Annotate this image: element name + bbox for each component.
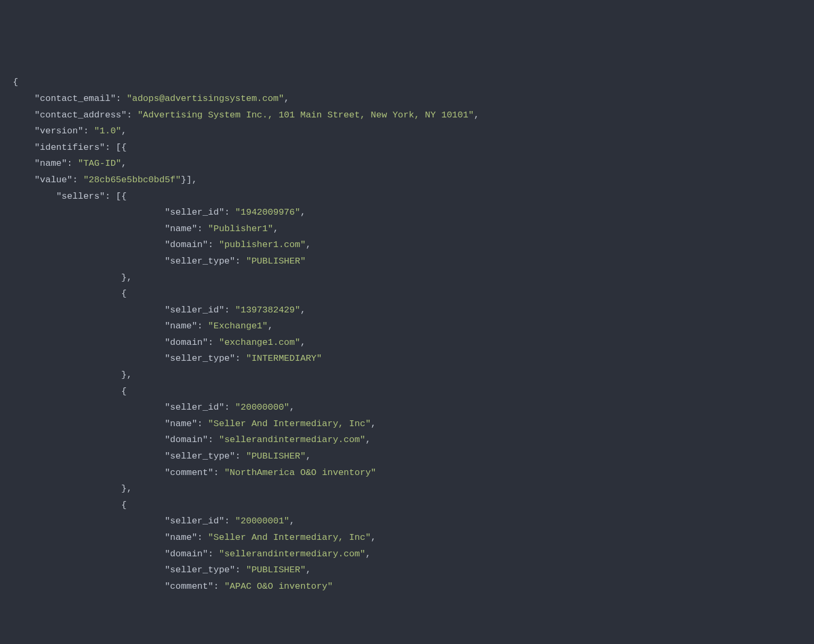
val-s4-type: "PUBLISHER" [246, 565, 306, 575]
key-s3-domain: "domain" [165, 435, 208, 445]
key-version: "version" [35, 126, 83, 136]
val-identifier-name: "TAG-ID" [78, 158, 121, 168]
val-s3-id: "20000000" [235, 402, 289, 412]
val-s4-id: "20000001" [235, 516, 289, 526]
key-s2-type: "seller_type" [165, 353, 236, 363]
val-s2-name: "Exchange1" [208, 321, 267, 331]
key-s3-type: "seller_type" [165, 451, 236, 461]
val-s3-comment: "NorthAmerica O&O inventory" [224, 468, 376, 478]
val-s1-name: "Publisher1" [208, 224, 273, 234]
val-s2-type: "INTERMEDIARY" [246, 353, 322, 363]
key-s1-type: "seller_type" [165, 256, 236, 266]
key-s4-type: "seller_type" [165, 565, 236, 575]
key-s4-name: "name" [165, 532, 197, 543]
key-s1-id: "seller_id" [165, 207, 224, 217]
key-s1-domain: "domain" [165, 240, 208, 250]
key-sellers: "sellers" [56, 191, 105, 201]
key-s4-domain: "domain" [165, 549, 208, 559]
val-s4-comment: "APAC O&O inventory" [224, 581, 333, 591]
val-contact-address: "Advertising System Inc., 101 Main Stree… [138, 110, 474, 120]
key-s4-comment: "comment" [165, 581, 214, 591]
val-version: "1.0" [94, 126, 121, 136]
code-block: { "contact_email": "adops@advertisingsys… [13, 74, 801, 595]
key-s2-id: "seller_id" [165, 305, 224, 315]
val-s3-type: "PUBLISHER" [246, 451, 306, 461]
val-s1-domain: "publisher1.com" [219, 240, 306, 250]
val-identifier-value: "28cb65e5bbc0bd5f" [83, 175, 181, 185]
val-s4-name: "Seller And Intermediary, Inc" [208, 532, 371, 543]
val-contact-email: "adops@advertisingsystem.com" [127, 94, 284, 104]
val-s1-type: "PUBLISHER" [246, 256, 306, 266]
key-identifier-name: "name" [35, 158, 67, 168]
key-contact-email: "contact_email" [35, 94, 116, 104]
key-s3-name: "name" [165, 419, 197, 429]
key-contact-address: "contact_address" [35, 110, 127, 120]
key-identifiers: "identifiers" [35, 142, 105, 152]
val-s1-id: "1942009976" [235, 207, 300, 217]
val-s3-name: "Seller And Intermediary, Inc" [208, 419, 371, 429]
val-s3-domain: "sellerandintermediary.com" [219, 435, 365, 445]
val-s2-id: "1397382429" [235, 305, 300, 315]
key-s2-name: "name" [165, 321, 197, 331]
val-s4-domain: "sellerandintermediary.com" [219, 549, 365, 559]
key-s1-name: "name" [165, 224, 197, 234]
key-s4-id: "seller_id" [165, 516, 224, 526]
key-s3-comment: "comment" [165, 468, 214, 478]
key-s3-id: "seller_id" [165, 402, 224, 412]
key-identifier-value: "value" [35, 175, 72, 185]
val-s2-domain: "exchange1.com" [219, 337, 300, 348]
key-s2-domain: "domain" [165, 337, 208, 348]
